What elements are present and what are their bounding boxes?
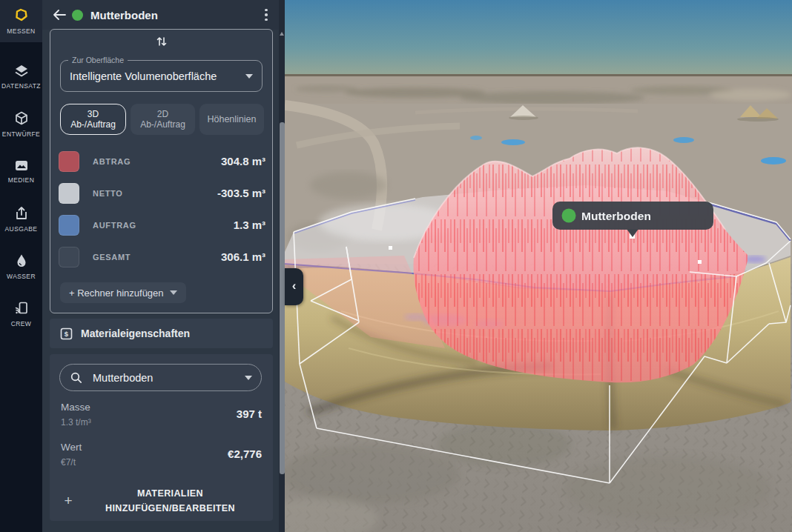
edit-materials-label: MATERIALIEN HINZUFÜGEN/BEARBEITEN — [87, 486, 273, 516]
total-color-swatch — [59, 247, 79, 267]
nav-item-messen[interactable]: MESSEN — [0, 0, 42, 42]
panel-scrollbar-thumb[interactable] — [280, 122, 285, 474]
nav-label: AUSGABE — [5, 225, 38, 233]
nav-item-crew[interactable]: CREW — [0, 290, 42, 337]
add-calculator-label: + Rechner hinzufügen — [69, 287, 164, 299]
nav-label: DATENSATZ — [1, 82, 41, 90]
volume-mode-tabs: 3D Ab-/Auftrag 2D Ab-/Auftrag Höhenlinie… — [60, 104, 264, 135]
property-label: Masse — [61, 402, 262, 413]
scroll-up-arrow[interactable] — [280, 31, 285, 36]
tab-label: 3D — [88, 109, 99, 119]
volume-row-fill: AUFTRAG 1.3 m³ — [59, 209, 265, 241]
nav-item-ausgabe[interactable]: AUSGABE — [0, 195, 42, 242]
nav-label: CREW — [11, 320, 32, 327]
sky — [285, 0, 792, 77]
volume-row-value: 304.8 m³ — [221, 155, 265, 167]
property-density: 1.3 t/m³ — [61, 417, 262, 428]
chevron-down-icon — [245, 376, 252, 380]
water-drop-icon — [13, 253, 30, 269]
nav-item-medien[interactable]: MEDIEN — [0, 147, 42, 195]
tab-label: 2D — [157, 109, 168, 119]
tab-label: Ab-/Auftrag — [140, 119, 185, 130]
chevron-down-icon — [170, 290, 177, 295]
nav-item-entwuerfe[interactable]: ENTWÜRFE — [0, 100, 42, 147]
nav-label: WASSER — [7, 273, 36, 280]
chevron-left-icon: ‹ — [292, 279, 297, 293]
tab-contours[interactable]: Höhenlinien — [199, 104, 264, 135]
net-color-swatch — [59, 183, 79, 204]
swap-surfaces-button[interactable] — [50, 35, 272, 48]
volume-row-label: ABTRAG — [93, 157, 221, 166]
volume-row-value: -303.5 m³ — [217, 187, 265, 199]
export-icon — [13, 205, 30, 222]
money-icon: $ — [60, 327, 73, 340]
volume-row-value: 306.1 m³ — [221, 250, 265, 263]
volume-row-total: GESAMT 306.1 m³ — [59, 241, 265, 273]
kebab-menu-button[interactable] — [260, 7, 273, 23]
nav-label: MESSEN — [7, 27, 35, 35]
material-card: Mutterboden Masse 1.3 t/m³ 397 t Wert €7… — [50, 354, 273, 521]
value-row: Wert €7/t €2,776 — [61, 442, 262, 468]
tab-label: Ab-/Auftrag — [70, 119, 116, 130]
image-icon — [13, 159, 30, 173]
cut-color-swatch — [59, 151, 79, 172]
fill-color-swatch — [59, 215, 79, 236]
measurement-panel: Mutterboden Zur Oberfläche Intelligente … — [42, 0, 279, 532]
app-window: Mutterboden ‹ MESSEN DATENSATZ ENT — [0, 0, 792, 532]
nav-label: MEDIEN — [8, 176, 34, 184]
surface-select-value: Intelligente Volumenoberfläche — [70, 70, 245, 82]
tab-2d-cutfill[interactable]: 2D Ab-/Auftrag — [131, 104, 195, 135]
device-signal-icon — [13, 300, 30, 316]
nav-item-wasser[interactable]: WASSER — [0, 242, 42, 290]
mass-row: Masse 1.3 t/m³ 397 t — [61, 402, 262, 428]
volume-row-cut: ABTRAG 304.8 m³ — [59, 145, 265, 177]
chevron-down-icon — [245, 74, 253, 79]
material-properties-header: $ Materialeigenschaften — [50, 319, 273, 348]
collapse-panel-button[interactable]: ‹ — [285, 268, 303, 305]
hexagon-logo-icon — [13, 7, 30, 24]
nav-label: ENTWÜRFE — [2, 130, 40, 138]
edit-materials-line1: MATERIALIEN — [137, 488, 203, 499]
volume-row-value: 1.3 m³ — [234, 219, 265, 231]
section-title: Materialeigenschaften — [81, 327, 190, 339]
layers-icon — [13, 64, 30, 79]
property-value: 397 t — [237, 408, 262, 420]
svg-text:$: $ — [65, 330, 69, 338]
back-button[interactable] — [47, 0, 72, 30]
terrain-3d-scene: Mutterboden — [285, 0, 792, 532]
tab-3d-cutfill[interactable]: 3D Ab-/Auftrag — [60, 104, 126, 135]
edit-materials-line2: HINZUFÜGEN/BEARBEITEN — [105, 503, 235, 513]
volume-card: Zur Oberfläche Intelligente Volumenoberf… — [50, 29, 273, 313]
cube-icon — [13, 110, 30, 127]
volume-row-net: NETTO -303.5 m³ — [59, 177, 265, 209]
volume-row-label: GESAMT — [93, 253, 221, 262]
volume-results: ABTRAG 304.8 m³ NETTO -303.5 m³ AUFTRAG … — [59, 145, 265, 273]
plus-icon: + — [50, 493, 87, 509]
volume-row-label: AUFTRAG — [93, 221, 234, 230]
material-select-value: Mutterboden — [93, 372, 245, 384]
add-calculator-button[interactable]: + Rechner hinzufügen — [60, 282, 186, 303]
material-select[interactable]: Mutterboden — [59, 364, 262, 391]
edit-materials-button[interactable]: + MATERIALIEN HINZUFÜGEN/BEARBEITEN — [50, 480, 273, 521]
panel-header: Mutterboden — [42, 0, 279, 30]
map-3d-view[interactable]: Mutterboden — [285, 0, 792, 532]
surface-select[interactable]: Zur Oberfläche Intelligente Volumenoberf… — [60, 60, 263, 92]
property-value: €2,776 — [228, 448, 262, 460]
search-icon — [70, 372, 82, 384]
nav-rail: MESSEN DATENSATZ ENTWÜRFE MEDIEN — [0, 0, 42, 532]
volume-row-label: NETTO — [93, 189, 217, 198]
nav-item-datensatz[interactable]: DATENSATZ — [0, 53, 42, 100]
measurement-status-dot — [72, 10, 83, 21]
surface-select-label: Zur Oberfläche — [68, 56, 128, 64]
tab-label: Höhenlinien — [207, 114, 256, 124]
sort-arrows-icon — [155, 35, 168, 48]
panel-title: Mutterboden — [90, 9, 158, 21]
tooltip-status-dot — [562, 209, 576, 223]
back-arrow-icon — [53, 10, 66, 20]
tooltip-label: Mutterboden — [581, 210, 651, 222]
